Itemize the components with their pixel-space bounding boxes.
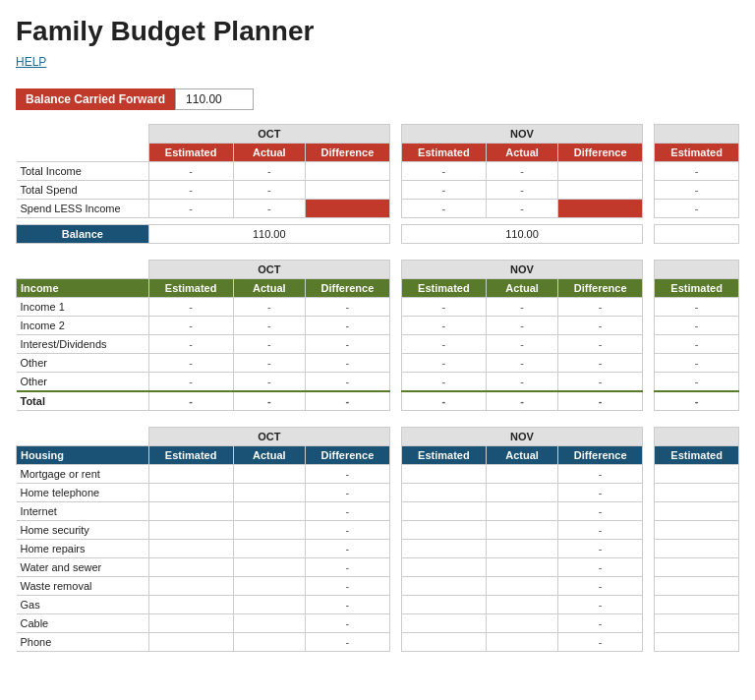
housing-nov-header: NOV: [402, 428, 643, 446]
summary-table: OCT NOV Estimated Actual Difference Esti…: [16, 124, 739, 244]
nov-difference-header: Difference: [558, 144, 643, 162]
income-oct-act-header: Actual: [233, 279, 306, 298]
balance-forward-label: Balance Carried Forward: [16, 88, 175, 110]
table-row: Water and sewer - -: [17, 558, 739, 577]
housing-nov-diff-header: Difference: [558, 446, 643, 465]
balance-forward-row: Balance Carried Forward 110.00: [16, 88, 739, 110]
table-row: Other --- --- -: [17, 354, 739, 373]
oct-actual-header: Actual: [233, 144, 306, 162]
table-row: Waste removal - -: [17, 577, 739, 596]
housing-partial-est-header: Estimated: [655, 446, 739, 465]
oct-estimated-header: Estimated: [148, 144, 233, 162]
income-nov-act-header: Actual: [486, 279, 558, 298]
table-row: Other --- --- -: [17, 373, 739, 392]
nov-actual-header: Actual: [486, 144, 558, 162]
housing-section: OCT NOV Housing Estimated Actual Differe…: [16, 427, 739, 668]
housing-oct-est-header: Estimated: [148, 446, 233, 465]
balance-label: Balance: [17, 225, 149, 244]
table-row: Home security - -: [17, 521, 739, 540]
income-section-label: Income: [17, 279, 149, 298]
table-row: Home telephone - -: [17, 484, 739, 502]
housing-oct-header: OCT: [148, 428, 389, 446]
table-row: Spend LESS Income - - - - -: [17, 200, 739, 218]
income-nov-header: NOV: [402, 261, 643, 279]
income-oct-est-header: Estimated: [148, 279, 233, 298]
income-total-row: Total --- --- -: [17, 391, 739, 411]
nov-header: NOV: [402, 125, 643, 144]
table-row: Home repairs - -: [17, 540, 739, 558]
table-row: Income 1 --- --- -: [17, 298, 739, 317]
table-row: Income 2 --- --- -: [17, 317, 739, 335]
table-row: Interest/Dividends --- --- -: [17, 335, 739, 354]
income-section: OCT NOV Income Estimated Actual Differen…: [16, 260, 739, 427]
table-row: Cable - -: [17, 614, 739, 633]
oct-difference-header: Difference: [306, 144, 390, 162]
nov-estimated-header: Estimated: [402, 144, 487, 162]
table-row: Gas - -: [17, 596, 739, 614]
oct-header: OCT: [148, 125, 389, 144]
partial-header: [655, 125, 739, 144]
page-title: Family Budget Planner: [16, 16, 739, 47]
housing-oct-act-header: Actual: [233, 446, 306, 465]
table-row: Phone - -: [17, 633, 739, 652]
home-repairs-label: Home repairs: [17, 540, 149, 558]
summary-section: OCT NOV Estimated Actual Difference Esti…: [16, 124, 739, 260]
table-row: Mortgage or rent - -: [17, 465, 739, 484]
income-nov-diff-header: Difference: [558, 279, 643, 298]
housing-nov-est-header: Estimated: [402, 446, 487, 465]
income-nov-est-header: Estimated: [402, 279, 487, 298]
help-link[interactable]: HELP: [16, 55, 46, 69]
housing-table: OCT NOV Housing Estimated Actual Differe…: [16, 427, 739, 652]
balance-forward-value[interactable]: 110.00: [175, 88, 254, 110]
housing-nov-act-header: Actual: [486, 446, 558, 465]
partial-estimated-header: Estimated: [655, 144, 739, 162]
table-row: Total Income - - - - -: [17, 162, 739, 181]
income-table: OCT NOV Income Estimated Actual Differen…: [16, 260, 739, 411]
income-oct-diff-header: Difference: [306, 279, 390, 298]
table-row: Internet - -: [17, 502, 739, 521]
income-oct-header: OCT: [148, 261, 389, 279]
housing-oct-diff-header: Difference: [306, 446, 390, 465]
table-row: Total Spend - - - - -: [17, 181, 739, 200]
housing-section-label: Housing: [17, 446, 149, 465]
income-partial-est-header: Estimated: [655, 279, 739, 298]
balance-row: Balance 110.00 110.00: [17, 225, 739, 244]
